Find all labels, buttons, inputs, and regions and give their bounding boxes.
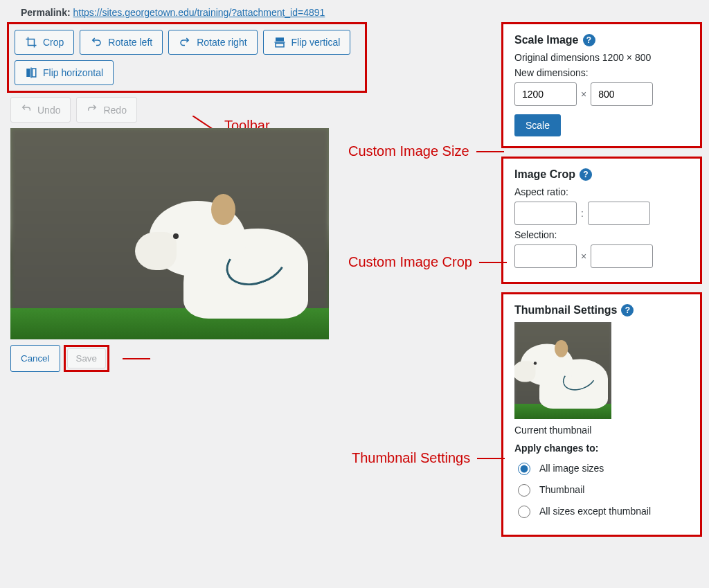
help-icon[interactable]: ? bbox=[621, 304, 634, 317]
annotation-thumb: Thumbnail Settings bbox=[352, 450, 505, 466]
thumbnail-preview bbox=[514, 322, 611, 419]
help-icon[interactable]: ? bbox=[580, 168, 592, 181]
crop-button-label: Crop bbox=[43, 37, 64, 48]
aspect-width-input[interactable] bbox=[514, 202, 577, 225]
annotation-line-icon bbox=[476, 151, 504, 152]
help-icon[interactable]: ? bbox=[583, 34, 595, 46]
apply-changes-label: Apply changes to: bbox=[514, 443, 689, 454]
scale-button[interactable]: Scale bbox=[514, 114, 561, 136]
flip-vertical-button[interactable]: Flip vertical bbox=[263, 30, 351, 55]
scale-image-title: Scale Image ? bbox=[514, 34, 689, 46]
image-crop-title: Image Crop ? bbox=[514, 168, 689, 181]
scale-image-panel: Scale Image ? Original dimensions 1200 ×… bbox=[501, 22, 702, 148]
svg-rect-1 bbox=[276, 44, 284, 47]
annotation-save-line bbox=[123, 345, 150, 372]
rotate-right-icon bbox=[179, 36, 191, 48]
redo-button[interactable]: Redo bbox=[76, 97, 136, 123]
annotation-custom-size: Custom Image Size bbox=[348, 143, 504, 159]
crop-button[interactable]: Crop bbox=[15, 30, 74, 55]
svg-rect-3 bbox=[26, 69, 30, 77]
current-thumbnail-label: Current thumbnail bbox=[514, 425, 689, 436]
redo-label: Redo bbox=[103, 105, 126, 116]
selection-height-input[interactable] bbox=[591, 244, 653, 268]
save-button[interactable]: Save bbox=[67, 348, 106, 368]
times-icon: × bbox=[581, 251, 586, 262]
save-button-highlight: Save bbox=[64, 345, 109, 372]
undo-label: Undo bbox=[37, 105, 60, 116]
annotation-line-icon bbox=[123, 358, 150, 359]
annotation-custom-crop: Custom Image Crop bbox=[348, 254, 507, 270]
flip-horizontal-button[interactable]: Flip horizontal bbox=[15, 60, 114, 85]
scale-height-input[interactable] bbox=[591, 82, 653, 106]
rotate-left-button[interactable]: Rotate left bbox=[80, 30, 163, 55]
flip-vertical-icon bbox=[273, 36, 286, 48]
new-dimensions-label: New dimensions: bbox=[514, 67, 689, 78]
undo-button[interactable]: Undo bbox=[10, 97, 71, 123]
rotate-right-button[interactable]: Rotate right bbox=[168, 30, 257, 55]
permalink-url[interactable]: https://sites.georgetown.edu/training/?a… bbox=[73, 7, 325, 18]
flip-horizontal-icon bbox=[25, 66, 37, 79]
radio-thumbnail-label[interactable]: Thumbnail bbox=[539, 484, 584, 495]
svg-rect-0 bbox=[276, 37, 284, 41]
times-icon: × bbox=[581, 89, 586, 100]
original-dimensions: Original dimensions 1200 × 800 bbox=[514, 52, 689, 63]
permalink-row: Permalink: https://sites.georgetown.edu/… bbox=[21, 7, 702, 18]
permalink-label: Permalink: bbox=[21, 7, 71, 18]
thumbnail-settings-title: Thumbnail Settings ? bbox=[514, 304, 689, 317]
scale-width-input[interactable] bbox=[514, 82, 577, 106]
flip-vertical-label: Flip vertical bbox=[291, 37, 341, 48]
radio-except-thumbnail[interactable] bbox=[518, 506, 530, 518]
annotation-line-icon bbox=[479, 262, 507, 263]
radio-all-sizes-label[interactable]: All image sizes bbox=[539, 463, 604, 474]
aspect-height-input[interactable] bbox=[588, 202, 650, 225]
undo-icon bbox=[21, 103, 32, 116]
colon-separator: : bbox=[581, 208, 584, 219]
radio-all-sizes[interactable] bbox=[518, 463, 530, 475]
rotate-right-label: Rotate right bbox=[197, 37, 246, 48]
radio-thumbnail[interactable] bbox=[518, 484, 530, 497]
radio-except-thumbnail-label[interactable]: All sizes except thumbnail bbox=[539, 506, 651, 517]
selection-label: Selection: bbox=[514, 229, 689, 240]
rotate-left-label: Rotate left bbox=[108, 37, 152, 48]
aspect-ratio-label: Aspect ratio: bbox=[514, 186, 689, 197]
cancel-button[interactable]: Cancel bbox=[10, 345, 60, 372]
redo-icon bbox=[87, 103, 98, 116]
selection-width-input[interactable] bbox=[514, 244, 577, 268]
crop-icon bbox=[25, 36, 37, 48]
image-preview[interactable] bbox=[10, 128, 329, 339]
annotation-line-icon bbox=[477, 458, 505, 459]
thumbnail-settings-panel: Thumbnail Settings ? Current thumbnail A… bbox=[501, 292, 702, 537]
svg-rect-4 bbox=[33, 69, 36, 77]
rotate-left-icon bbox=[90, 36, 102, 48]
image-crop-panel: Image Crop ? Aspect ratio: : Selection: … bbox=[501, 157, 702, 284]
flip-horizontal-label: Flip horizontal bbox=[43, 67, 103, 78]
transform-toolbar: Crop Rotate left Rotate right Flip verti… bbox=[7, 22, 367, 93]
